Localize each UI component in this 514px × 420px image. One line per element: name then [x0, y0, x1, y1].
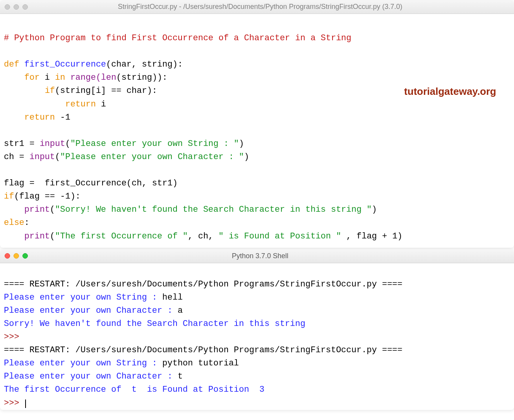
code-text: : [24, 218, 29, 228]
builtin-len: (len [96, 73, 117, 82]
code-text: ( [65, 139, 70, 149]
shell-output-text: Sorry! We haven't found the Search Chara… [4, 319, 310, 329]
code-text: (flag == -1): [14, 192, 81, 201]
shell-window: Python 3.7.0 Shell ==== RESTART: /Users/… [0, 249, 514, 410]
builtin-input: input [39, 139, 65, 149]
kw-in: in [55, 73, 65, 82]
code-text: (string[i] == char): [55, 86, 157, 96]
kw-if: if [45, 86, 55, 96]
func-name: first_Occurrence [19, 60, 106, 69]
builtin-input: input [29, 152, 55, 162]
shell-text: ==== [377, 345, 403, 355]
shell-output[interactable]: ==== RESTART: /Users/suresh/Documents/Py… [0, 263, 514, 410]
builtin-print: print [24, 231, 50, 241]
shell-text: ==== [4, 279, 29, 289]
string-literal: "The first Occurrence of " [55, 231, 188, 241]
string-literal: "Please enter your own Character : " [60, 152, 244, 162]
shell-text: ==== [4, 345, 29, 355]
builtin-print: print [24, 205, 50, 214]
kw-def: def [4, 60, 19, 69]
string-literal: "Sorry! We haven't found the Search Char… [55, 205, 372, 214]
string-literal: "Please enter your own String : " [70, 139, 239, 149]
code-text: (char, string): [106, 60, 183, 69]
code-text: , flag + 1) [341, 231, 402, 241]
code-text: -1 [55, 113, 70, 122]
shell-prompt-text: Please enter your own String : [4, 358, 162, 368]
code-text: flag = first_Occurrence(ch, str1) [4, 178, 178, 188]
kw-else: else [4, 218, 24, 228]
kw-return: return [65, 99, 96, 109]
shell-text: ==== [377, 279, 403, 289]
text-cursor [25, 399, 26, 408]
code-editor[interactable]: # Python Program to find First Occurrenc… [0, 14, 514, 248]
shell-prompt-text: Please enter your own Character : [4, 306, 178, 315]
code-text: ) [244, 152, 249, 162]
close-icon[interactable] [5, 4, 10, 10]
code-text: ( [55, 152, 60, 162]
shell-user-input: hell [162, 293, 183, 302]
code-text: , ch, [188, 231, 218, 241]
kw-for: for [24, 73, 40, 82]
code-comment: # Python Program to find First Occurrenc… [4, 33, 351, 43]
shell-restart: RESTART: /Users/suresh/Documents/Python … [29, 279, 377, 289]
code-text: i [96, 99, 106, 109]
shell-titlebar[interactable]: Python 3.7.0 Shell [0, 249, 514, 263]
code-text: ) [372, 205, 377, 214]
code-text: str1 = [4, 139, 39, 149]
code-text: ) [239, 139, 244, 149]
editor-title: StringFirstOccur.py - /Users/suresh/Docu… [11, 3, 509, 11]
kw-if: if [4, 192, 14, 201]
kw-return: return [24, 113, 55, 122]
editor-titlebar[interactable]: StringFirstOccur.py - /Users/suresh/Docu… [0, 0, 514, 14]
string-literal: " is Found at Position " [219, 231, 341, 241]
close-icon[interactable] [5, 253, 10, 259]
shell-user-input: t [178, 372, 183, 381]
shell-title: Python 3.7.0 Shell [11, 252, 509, 260]
shell-prompt-text: Please enter your own Character : [4, 372, 178, 381]
code-text: ( [50, 205, 55, 214]
shell-restart: RESTART: /Users/suresh/Documents/Python … [29, 345, 377, 355]
code-text: i [39, 73, 55, 82]
shell-user-input: python tutorial [162, 358, 239, 368]
builtin-range: range [65, 73, 96, 82]
shell-prompt-text: Please enter your own String : [4, 293, 162, 302]
watermark: tutorialgateway.org [404, 84, 496, 99]
shell-user-input: a [178, 306, 183, 315]
code-text: (string)): [116, 73, 167, 82]
shell-prompt: >>> [4, 398, 24, 408]
shell-output-text: The first Occurrence of t is Found at Po… [4, 385, 264, 394]
editor-window: StringFirstOccur.py - /Users/suresh/Docu… [0, 0, 514, 248]
shell-prompt: >>> [4, 332, 24, 342]
code-text: ( [50, 231, 55, 241]
code-text: ch = [4, 152, 29, 162]
